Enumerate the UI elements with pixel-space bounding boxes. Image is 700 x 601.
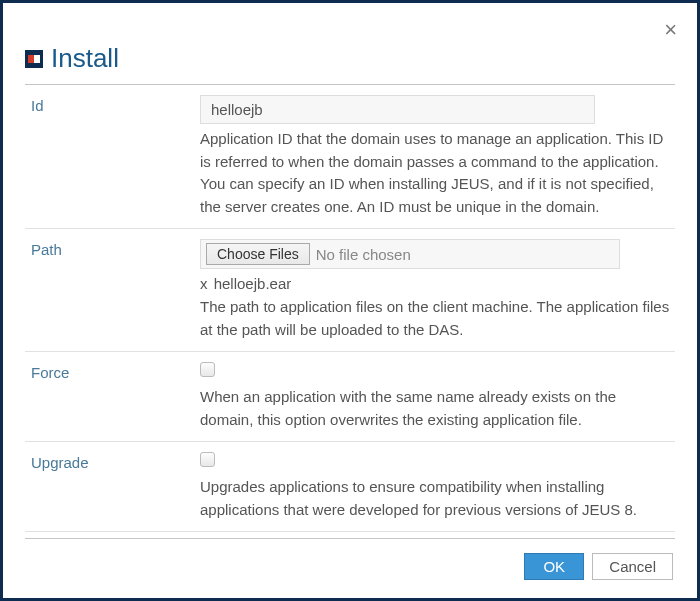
ok-button[interactable]: OK (524, 553, 584, 580)
id-input[interactable] (200, 95, 595, 124)
row-upgrade: Upgrade Upgrades applications to ensure … (25, 442, 675, 532)
row-path: Path Choose Files No file chosen x hello… (25, 229, 675, 352)
label-force: Force (25, 362, 200, 431)
remove-file-icon[interactable]: x (200, 275, 208, 292)
help-path: The path to application files on the cli… (200, 296, 671, 341)
upgrade-checkbox[interactable] (200, 452, 215, 467)
dialog-footer: OK Cancel (25, 539, 675, 580)
row-force: Force When an application with the same … (25, 352, 675, 442)
force-checkbox[interactable] (200, 362, 215, 377)
row-id: Id Application ID that the domain uses t… (25, 85, 675, 229)
help-upgrade: Upgrades applications to ensure compatib… (200, 476, 671, 521)
file-status: No file chosen (316, 246, 411, 263)
file-picker: Choose Files No file chosen (200, 239, 620, 269)
cancel-button[interactable]: Cancel (592, 553, 673, 580)
install-dialog: Install Id Application ID that the domai… (3, 3, 697, 598)
dialog-header: Install (25, 43, 675, 85)
form: Id Application ID that the domain uses t… (25, 85, 675, 532)
dialog-title: Install (51, 43, 119, 74)
selected-file[interactable]: x helloejb.ear (200, 275, 671, 292)
close-icon[interactable]: × (664, 17, 677, 43)
app-icon (25, 50, 43, 68)
help-id: Application ID that the domain uses to m… (200, 128, 671, 218)
label-id: Id (25, 95, 200, 218)
choose-files-button[interactable]: Choose Files (206, 243, 310, 265)
help-force: When an application with the same name a… (200, 386, 671, 431)
label-path: Path (25, 239, 200, 341)
label-upgrade: Upgrade (25, 452, 200, 521)
selected-file-name: helloejb.ear (214, 275, 292, 292)
